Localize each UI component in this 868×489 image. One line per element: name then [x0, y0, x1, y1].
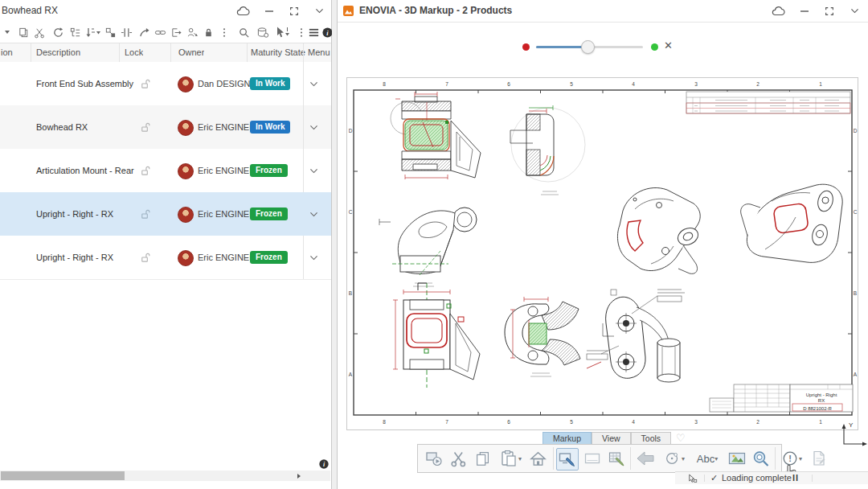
slider-thumb[interactable] — [581, 40, 595, 54]
relations-icon[interactable] — [103, 25, 117, 39]
row-menu-chevron-icon[interactable] — [309, 166, 319, 178]
table-row-selected[interactable]: Upright - Right - RX Eric ENGINEER Froze… — [0, 192, 331, 236]
view-iso-left — [617, 188, 701, 274]
green-dot-icon — [651, 43, 658, 51]
right-window-title: ENOVIA - 3D Markup - 2 Products — [359, 0, 512, 22]
left-window-title: Bowhead RX — [2, 0, 58, 22]
tab-view[interactable]: View — [592, 432, 631, 445]
back-arrow-icon[interactable] — [635, 448, 656, 469]
column-header-maturity[interactable]: Maturity State — [251, 43, 305, 62]
image-markup-icon[interactable] — [727, 448, 747, 469]
row-menu-chevron-icon[interactable] — [309, 253, 319, 265]
search-icon[interactable] — [236, 25, 251, 39]
copy-icon[interactable] — [16, 25, 31, 39]
compare-slider: ✕ — [522, 39, 683, 56]
open-in-icon[interactable] — [169, 25, 183, 39]
axis-y-label: Y — [849, 421, 854, 429]
chevron-down-icon[interactable] — [314, 6, 325, 16]
compare-icon[interactable] — [119, 25, 133, 39]
unlock-icon — [139, 208, 151, 222]
titleblock-part-name: Upright - Right — [806, 392, 837, 397]
pause-icon[interactable]: II — [792, 473, 799, 483]
viewer-statusbar: ✓ Loading complete II — [675, 471, 868, 484]
caret-down-icon[interactable] — [0, 25, 14, 39]
cloud-icon[interactable] — [772, 6, 785, 17]
tab-markup[interactable]: Markup — [542, 432, 592, 445]
avatar — [178, 207, 194, 223]
copy-icon[interactable] — [473, 448, 493, 469]
assign-user-icon[interactable] — [185, 25, 199, 39]
svg-text:A: A — [854, 372, 858, 377]
column-header-owner[interactable]: Owner — [178, 43, 204, 62]
scrollbar-thumb[interactable] — [1, 471, 125, 480]
home-icon[interactable] — [527, 448, 548, 469]
svg-text:A: A — [349, 372, 353, 377]
column-header-action[interactable]: ion — [1, 43, 13, 62]
structure-list-icon[interactable] — [68, 25, 82, 39]
validate-doc-icon[interactable] — [809, 448, 829, 469]
slider-fill — [536, 46, 588, 48]
lock-icon[interactable] — [201, 25, 215, 39]
svg-text:7: 7 — [445, 81, 448, 87]
row-description: Articulation Mount - Rear — [36, 149, 134, 192]
table-header: ion Description Lock Owner Maturity Stat… — [0, 43, 331, 63]
svg-text:2: 2 — [756, 419, 760, 425]
row-menu-chevron-icon[interactable] — [309, 122, 319, 134]
refresh-icon[interactable] — [51, 25, 65, 39]
circle-tool-icon[interactable]: ▾ — [661, 448, 688, 469]
svg-text:B: B — [349, 290, 352, 296]
favorite-heart-icon[interactable]: ♡ — [676, 432, 686, 445]
svg-text:D: D — [349, 128, 353, 134]
expand-icon[interactable] — [824, 6, 835, 17]
blank-slide-icon[interactable] — [582, 448, 603, 469]
share-icon[interactable] — [137, 25, 151, 39]
table-row[interactable]: Front End Sub Assembly Dan DESIGNER In W… — [0, 62, 331, 106]
expand-icon[interactable] — [289, 6, 300, 17]
measure-icon[interactable] — [751, 448, 772, 469]
link-icon[interactable] — [153, 25, 167, 39]
select-mode-icon[interactable] — [687, 474, 698, 483]
axis-triad: Y x — [836, 420, 868, 452]
sort-icon[interactable] — [83, 25, 104, 39]
column-header-menu[interactable]: Menu — [308, 43, 330, 62]
status-text: Loading complete — [722, 473, 792, 483]
table-row[interactable]: Upright - Right - RX Eric ENGINEER Froze… — [0, 236, 331, 280]
markup-toolbar: ▾ ▾ Abc▾ !▾ — [417, 444, 782, 473]
apply-media-icon[interactable] — [424, 448, 444, 469]
text-tool-icon[interactable]: Abc▾ — [691, 448, 723, 469]
datastore-icon[interactable] — [256, 25, 270, 39]
markup-display-icon[interactable] — [556, 448, 579, 471]
panel-divider[interactable] — [332, 0, 338, 489]
column-header-lock[interactable]: Lock — [125, 43, 143, 62]
tab-tools[interactable]: Tools — [631, 432, 672, 445]
minimize-icon[interactable] — [800, 6, 809, 16]
drawing-sheet[interactable]: 87654321 87654321 DCBA DCBA — [346, 72, 860, 431]
menu-icon[interactable] — [306, 25, 321, 39]
left-titlebar: Bowhead RX — [0, 0, 331, 23]
table-row[interactable]: Articulation Mount - Rear Eric ENGINEER … — [0, 149, 331, 193]
cloud-icon[interactable] — [236, 6, 250, 17]
paste-icon[interactable]: ▾ — [497, 448, 524, 469]
more-icon[interactable] — [217, 25, 231, 39]
cut-icon[interactable] — [448, 448, 469, 469]
revision-table — [686, 92, 850, 113]
chevron-down-icon[interactable] — [850, 6, 860, 16]
minimize-icon[interactable] — [264, 6, 274, 16]
horizontal-scrollbar[interactable] — [0, 471, 330, 481]
scroll-right-icon[interactable] — [296, 473, 302, 479]
svg-text:C: C — [854, 209, 858, 215]
viewer-tabs: Markup View Tools ♡ — [542, 432, 686, 445]
close-icon[interactable]: ✕ — [664, 39, 673, 51]
status-badge: Frozen — [250, 208, 288, 220]
svg-text:4: 4 — [632, 81, 635, 87]
row-menu-chevron-icon[interactable] — [309, 79, 319, 91]
select-cursor-icon[interactable] — [273, 25, 293, 39]
svg-text:2: 2 — [756, 81, 760, 87]
left-toolbar: i — [0, 22, 331, 43]
table-row[interactable]: Bowhead RX Eric ENGINEER In Work — [0, 105, 331, 150]
row-menu-chevron-icon[interactable] — [309, 209, 319, 221]
check-icon: ✓ — [710, 473, 718, 483]
column-header-description[interactable]: Description — [36, 43, 80, 62]
cut-icon[interactable] — [32, 25, 47, 39]
grid-edit-icon[interactable] — [606, 448, 627, 469]
